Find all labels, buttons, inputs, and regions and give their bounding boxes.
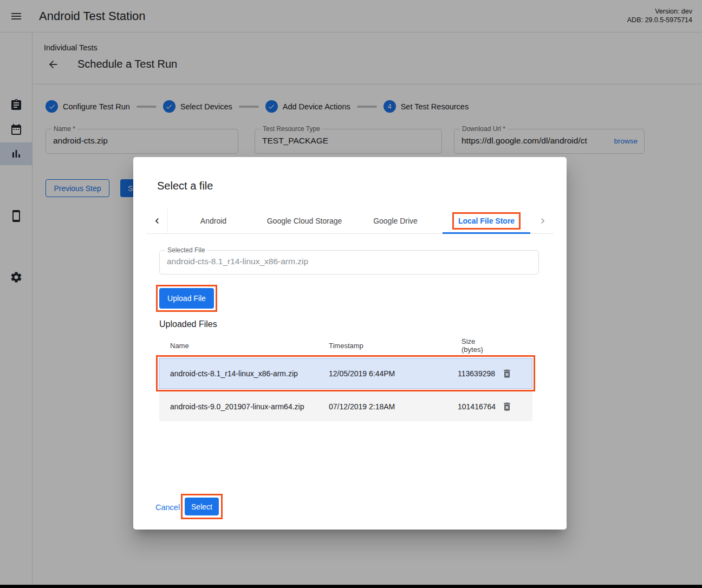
selected-file-field[interactable]: Selected File android-cts-8.1_r14-linux_… — [159, 250, 539, 275]
tab-google-cloud-storage[interactable]: Google Cloud Storage — [259, 208, 350, 233]
screen: Android Test Station Version: dev ADB: 2… — [0, 0, 702, 588]
tab-local-file-store[interactable]: Local File Store — [441, 208, 532, 233]
annotation-box-tab: Local File Store — [452, 212, 521, 230]
tab-label: Android — [200, 217, 226, 225]
file-timestamp: 07/12/2019 2:18AM — [329, 402, 395, 411]
active-tab-indicator — [443, 232, 530, 234]
delete-icon — [502, 368, 512, 379]
uploaded-files-title: Uploaded Files — [159, 319, 217, 329]
tabs: Android Google Cloud Storage Google Driv… — [168, 208, 532, 233]
tab-android[interactable]: Android — [168, 208, 259, 233]
file-timestamp: 12/05/2019 6:44PM — [329, 369, 395, 378]
tab-label: Google Drive — [373, 217, 418, 225]
cancel-button[interactable]: Cancel — [155, 503, 180, 512]
tabs-bar: Android Google Cloud Storage Google Driv… — [146, 208, 554, 234]
file-size: 113639298 — [458, 369, 499, 378]
tab-label: Local File Store — [458, 217, 515, 225]
delete-file-button[interactable] — [502, 401, 512, 412]
file-size: 101416764 — [458, 402, 499, 411]
file-name: android-cts-8.1_r14-linux_x86-arm.zip — [170, 369, 298, 378]
delete-file-button[interactable] — [502, 368, 512, 379]
select-file-dialog: Select a file Android Google Cloud Stora… — [133, 157, 567, 530]
tabs-scroll-left[interactable] — [146, 208, 168, 233]
tab-label: Google Cloud Storage — [267, 217, 342, 225]
column-header-size: Size (bytes) — [461, 337, 483, 354]
upload-file-button[interactable]: Upload File — [159, 288, 214, 309]
annotation-box-upload: Upload File — [156, 285, 217, 312]
table-row[interactable]: android-sts-9.0_201907-linux-arm64.zip 0… — [159, 391, 532, 421]
chevron-left-icon — [152, 215, 162, 226]
annotation-box-selected-row: android-cts-8.1_r14-linux_x86-arm.zip 12… — [156, 355, 535, 391]
size-label-line1: Size — [461, 337, 475, 345]
selected-file-label: Selected File — [165, 246, 207, 254]
annotation-box-select: Select — [181, 494, 223, 519]
column-header-name: Name — [170, 342, 189, 350]
selected-file-value: android-cts-8.1_r14-linux_x86-arm.zip — [167, 257, 308, 266]
dialog-title: Select a file — [157, 180, 213, 192]
select-button[interactable]: Select — [185, 498, 219, 515]
tab-google-drive[interactable]: Google Drive — [350, 208, 441, 233]
chevron-right-icon — [537, 215, 548, 226]
table-header: Name Timestamp Size (bytes) — [159, 336, 532, 356]
table-row-selected[interactable]: android-cts-8.1_r14-linux_x86-arm.zip 12… — [159, 358, 532, 389]
delete-icon — [502, 401, 512, 412]
tabs-scroll-right[interactable] — [532, 208, 554, 233]
column-header-timestamp: Timestamp — [329, 342, 363, 350]
file-name: android-sts-9.0_201907-linux-arm64.zip — [170, 402, 304, 411]
size-label-line2: (bytes) — [461, 345, 483, 354]
